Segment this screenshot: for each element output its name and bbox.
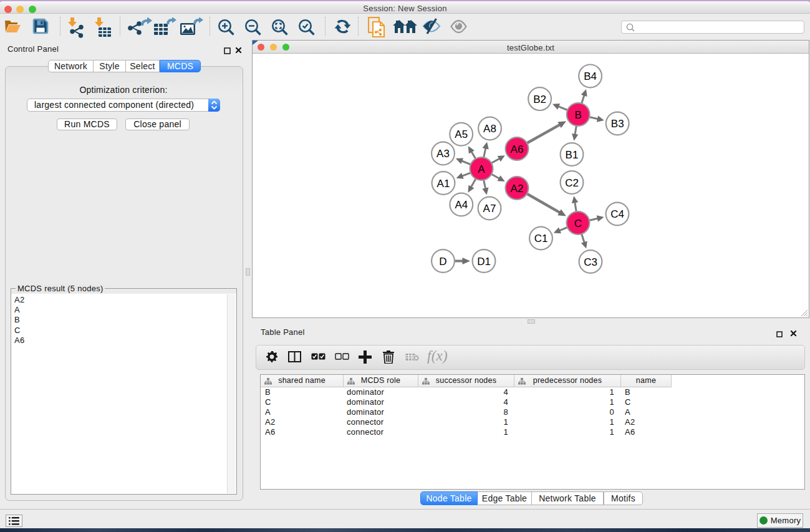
- svg-text:A: A: [478, 163, 485, 175]
- svg-text:C3: C3: [584, 256, 597, 268]
- svg-text:A6: A6: [511, 143, 524, 155]
- svg-text:A1: A1: [437, 178, 450, 190]
- svg-text:A5: A5: [455, 128, 468, 140]
- svg-text:B4: B4: [584, 70, 597, 82]
- svg-text:D1: D1: [477, 256, 491, 268]
- svg-text:C4: C4: [610, 208, 624, 220]
- svg-text:D: D: [439, 256, 446, 268]
- svg-text:C: C: [574, 218, 582, 230]
- svg-text:B1: B1: [566, 149, 579, 161]
- svg-text:A8: A8: [483, 123, 496, 135]
- svg-text:A7: A7: [483, 203, 496, 215]
- svg-text:C2: C2: [565, 177, 579, 189]
- svg-text:C1: C1: [534, 233, 548, 244]
- svg-text:B3: B3: [611, 118, 624, 130]
- svg-text:A2: A2: [511, 183, 524, 195]
- svg-text:B: B: [575, 109, 582, 121]
- svg-text:A4: A4: [455, 199, 468, 211]
- svg-text:A3: A3: [436, 148, 450, 160]
- svg-text:B2: B2: [533, 94, 546, 105]
